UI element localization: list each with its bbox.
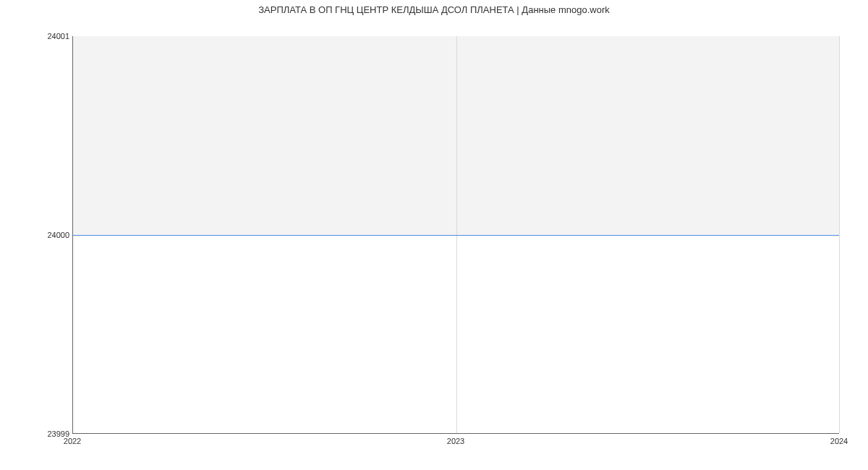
data-line bbox=[73, 235, 839, 236]
x-tick-label: 2023 bbox=[447, 437, 464, 445]
x-tick-label: 2022 bbox=[64, 437, 81, 445]
y-tick-label: 24000 bbox=[47, 231, 69, 239]
plot-area bbox=[72, 36, 839, 434]
gridline-v bbox=[839, 36, 840, 433]
y-tick-label: 24001 bbox=[47, 32, 69, 40]
chart-title: ЗАРПЛАТА В ОП ГНЦ ЦЕНТР КЕЛДЫША ДСОЛ ПЛА… bbox=[0, 4, 868, 15]
x-tick-label: 2024 bbox=[830, 437, 848, 445]
